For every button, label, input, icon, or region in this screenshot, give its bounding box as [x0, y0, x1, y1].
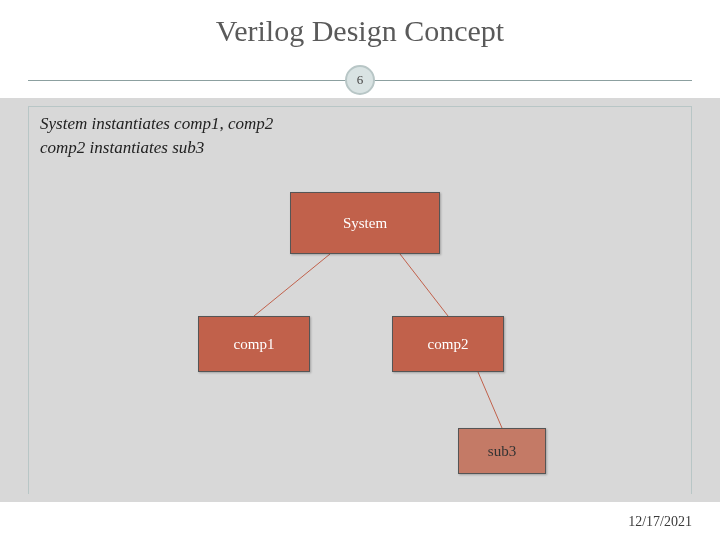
description-text: System instantiates comp1, comp2 comp2 i…	[40, 112, 273, 160]
description-line2: comp2 instantiates sub3	[40, 136, 273, 160]
node-comp1: comp1	[198, 316, 310, 372]
page-number-badge: 6	[345, 65, 375, 95]
svg-line-2	[478, 372, 502, 428]
slide: Verilog Design Concept 6 System instanti…	[0, 0, 720, 540]
node-sub3: sub3	[458, 428, 546, 474]
node-system: System	[290, 192, 440, 254]
svg-line-0	[254, 254, 330, 316]
title-rule-row: 6	[28, 64, 692, 96]
node-comp2: comp2	[392, 316, 504, 372]
description-line1: System instantiates comp1, comp2	[40, 112, 273, 136]
footer-date: 12/17/2021	[628, 514, 692, 530]
slide-title: Verilog Design Concept	[0, 0, 720, 64]
svg-line-1	[400, 254, 448, 316]
hierarchy-diagram: System comp1 comp2 sub3	[0, 180, 720, 480]
